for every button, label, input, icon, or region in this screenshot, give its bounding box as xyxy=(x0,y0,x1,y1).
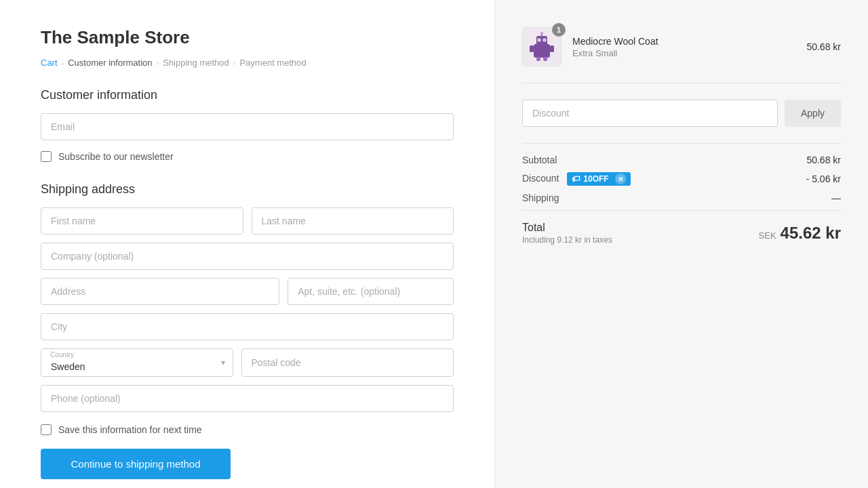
shipping-line: Shipping — xyxy=(522,192,841,203)
city-input[interactable] xyxy=(41,313,454,340)
total-left: Total Including 9.12 kr in taxes xyxy=(522,222,612,245)
breadcrumb-cart[interactable]: Cart xyxy=(41,58,58,68)
country-label: Country xyxy=(50,351,74,359)
save-info-row: Save this information for next time xyxy=(41,424,454,435)
total-row: Total Including 9.12 kr in taxes SEK 45.… xyxy=(522,210,841,245)
total-currency: SEK xyxy=(759,230,776,241)
product-badge: 1 xyxy=(552,23,566,37)
svg-point-7 xyxy=(544,39,545,41)
apt-input[interactable] xyxy=(288,278,454,305)
address-row xyxy=(41,278,454,305)
discount-line: Discount 🏷 10OFF ✕ - 5.06 kr xyxy=(522,172,841,186)
discount-code: 10OFF xyxy=(583,174,608,184)
email-field-wrap xyxy=(41,113,454,140)
product-name: Mediocre Wool Coat xyxy=(572,36,795,47)
svg-point-3 xyxy=(540,32,543,35)
last-name-input[interactable] xyxy=(252,207,454,235)
store-title: The Sample Store xyxy=(41,27,454,48)
subtotal-value: 50.68 kr xyxy=(806,155,841,165)
newsletter-label: Subscribe to our newsletter xyxy=(58,151,174,162)
company-field-wrap xyxy=(41,243,454,270)
product-variant: Extra Small xyxy=(572,48,795,58)
left-panel: The Sample Store Cart › Customer informa… xyxy=(0,0,495,488)
svg-rect-0 xyxy=(534,44,550,58)
save-info-checkbox[interactable] xyxy=(41,424,52,435)
customer-info-title: Customer information xyxy=(41,88,454,102)
phone-input[interactable] xyxy=(41,385,454,412)
svg-rect-8 xyxy=(530,45,534,52)
svg-rect-9 xyxy=(550,45,554,52)
breadcrumb-payment: Payment method xyxy=(239,58,306,68)
chevron-icon-2: › xyxy=(157,59,159,67)
discount-input[interactable] xyxy=(522,100,778,127)
breadcrumb-customer-info: Customer information xyxy=(68,58,152,68)
continue-button[interactable]: Continue to shipping method xyxy=(41,449,231,479)
phone-field-wrap xyxy=(41,385,454,412)
shipping-value: — xyxy=(831,192,841,203)
discount-label-text: Discount 🏷 10OFF ✕ xyxy=(522,172,631,186)
product-price: 50.68 kr xyxy=(806,41,841,52)
discount-remove-button[interactable]: ✕ xyxy=(615,174,626,184)
newsletter-row: Subscribe to our newsletter xyxy=(41,151,454,162)
subtotal-line: Subtotal 50.68 kr xyxy=(522,155,841,165)
email-input[interactable] xyxy=(41,113,454,140)
svg-rect-10 xyxy=(536,57,540,61)
product-robot-icon xyxy=(528,32,555,62)
apply-button[interactable]: Apply xyxy=(785,100,841,127)
total-label: Total xyxy=(522,222,612,234)
discount-tag: 🏷 10OFF ✕ xyxy=(567,172,630,186)
shipping-address-title: Shipping address xyxy=(41,182,454,197)
svg-point-6 xyxy=(538,39,540,41)
total-tax: Including 9.12 kr in taxes xyxy=(522,235,612,245)
city-field-wrap xyxy=(41,313,454,340)
country-select-wrap: Country Sweden ▾ xyxy=(41,348,233,377)
breadcrumb: Cart › Customer information › Shipping m… xyxy=(41,58,454,68)
discount-value: - 5.06 kr xyxy=(806,174,841,184)
postal-code-input[interactable] xyxy=(241,348,454,377)
summary-lines: Subtotal 50.68 kr Discount 🏷 10OFF ✕ - 5… xyxy=(522,143,841,203)
company-input[interactable] xyxy=(41,243,454,270)
right-panel: 1 Mediocre Wool Coat Extra Small 50.68 k… xyxy=(495,0,868,488)
total-price-wrap: SEK 45.62 kr xyxy=(759,224,841,243)
tag-icon: 🏷 xyxy=(572,174,580,184)
chevron-icon-1: › xyxy=(62,59,64,67)
total-amount: 45.62 kr xyxy=(781,224,841,243)
breadcrumb-shipping: Shipping method xyxy=(163,58,229,68)
product-row: 1 Mediocre Wool Coat Extra Small 50.68 k… xyxy=(522,27,841,83)
first-name-input[interactable] xyxy=(41,207,243,235)
product-info: Mediocre Wool Coat Extra Small xyxy=(572,36,795,58)
name-row xyxy=(41,207,454,235)
product-image-wrap: 1 xyxy=(522,27,561,66)
shipping-label: Shipping xyxy=(522,192,559,203)
address-input[interactable] xyxy=(41,278,279,305)
save-info-label: Save this information for next time xyxy=(58,424,202,435)
subtotal-label: Subtotal xyxy=(522,155,557,165)
svg-rect-11 xyxy=(543,57,547,61)
chevron-icon-3: › xyxy=(233,59,236,67)
newsletter-checkbox[interactable] xyxy=(41,151,52,162)
country-postal-row: Country Sweden ▾ xyxy=(41,348,454,377)
discount-row: Apply xyxy=(522,100,841,127)
